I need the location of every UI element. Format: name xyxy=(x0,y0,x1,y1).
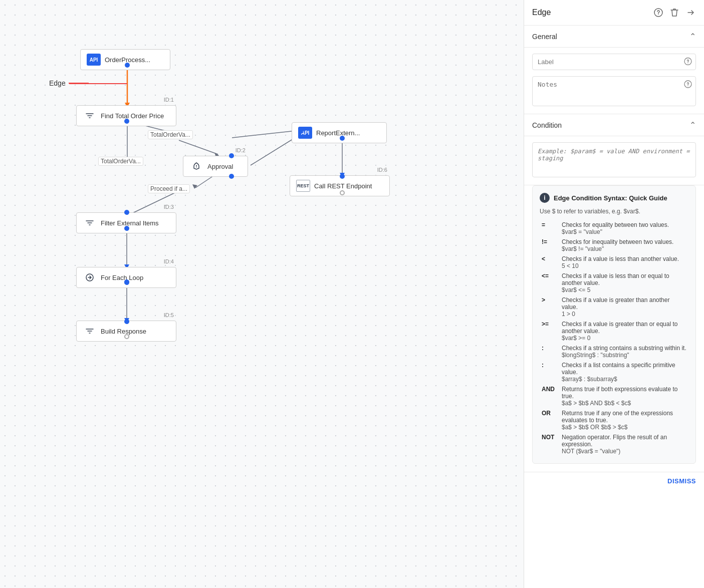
dot-filter-top xyxy=(124,210,129,215)
guide-row: :Checks if a string contains a substring… xyxy=(540,343,688,360)
guide-op: OR xyxy=(540,408,560,432)
guide-desc: Returns true if both expressions evaluat… xyxy=(560,384,688,408)
guide-op: != xyxy=(540,237,560,254)
general-chevron-icon: ⌃ xyxy=(689,32,696,41)
condition-section-body xyxy=(524,136,704,185)
node-approval[interactable]: ID:2 Approval xyxy=(183,156,248,177)
guide-op: NOT xyxy=(540,432,560,456)
svg-line-5 xyxy=(179,140,218,154)
guide-row: =Checks for equality between two values.… xyxy=(540,220,688,237)
guide-intro: Use $ to refer to variables, e.g. $var$. xyxy=(540,208,688,215)
guide-op: < xyxy=(540,254,560,271)
filter-icon-1 xyxy=(83,110,97,122)
connections-svg xyxy=(0,0,524,588)
general-section-title: General xyxy=(532,33,689,41)
dot-rest-top xyxy=(340,174,345,179)
delete-button[interactable] xyxy=(669,7,680,18)
node-find-label: Find Total Order Price xyxy=(101,112,164,120)
condition-input[interactable] xyxy=(532,142,696,177)
edge-label-text: Edge xyxy=(49,79,66,87)
edge-label-totalorderva2: TotalOrderVa... xyxy=(98,157,143,166)
guide-desc: Checks if a list contains a specific pri… xyxy=(560,360,688,384)
node-id-1: ID:1 xyxy=(164,97,174,103)
approval-icon xyxy=(189,160,203,172)
general-section-body xyxy=(524,48,704,114)
guide-desc: Checks if a value is greater than or equ… xyxy=(560,319,688,343)
general-section-header[interactable]: General ⌃ xyxy=(524,26,704,48)
guide-row: !=Checks for inequality between two valu… xyxy=(540,237,688,254)
guide-desc: Checks for inequality between two values… xyxy=(560,237,688,254)
guide-op: : xyxy=(540,360,560,384)
edge-line xyxy=(69,83,89,84)
dot-approval-left xyxy=(229,153,234,158)
node-id-5: ID:5 xyxy=(164,312,174,318)
guide-desc: Negation operator. Flips the result of a… xyxy=(560,432,688,456)
guide-row: NOTNegation operator. Flips the result o… xyxy=(540,432,688,456)
svg-point-22 xyxy=(658,14,658,15)
guide-desc: Returns true if any one of the expressio… xyxy=(560,408,688,432)
dismiss-bar: DISMISS xyxy=(524,472,704,490)
panel-title: Edge xyxy=(532,8,649,17)
node-rest-label: Call REST Endpoint xyxy=(314,182,372,190)
svg-line-9 xyxy=(128,191,178,215)
dot-report-bottom xyxy=(340,136,345,141)
guide-row: <Checks if a value is less than another … xyxy=(540,254,688,271)
guide-info-icon: i xyxy=(540,193,550,203)
condition-section-title: Condition xyxy=(532,121,689,129)
svg-marker-8 xyxy=(192,184,197,189)
dot-approval-bottom xyxy=(229,174,234,179)
dismiss-button[interactable]: DISMISS xyxy=(667,477,696,485)
svg-point-24 xyxy=(687,63,688,63)
guide-table: =Checks for equality between two values.… xyxy=(540,220,688,456)
node-id-4: ID:4 xyxy=(164,258,174,264)
dot-loop-bottom xyxy=(124,280,129,285)
label-input[interactable] xyxy=(532,54,696,70)
panel-header: Edge xyxy=(524,0,704,26)
edge-label-totalorderva1: TotalOrderVa... xyxy=(148,130,193,139)
node-filter-label: Filter External Items xyxy=(101,219,159,227)
collapse-panel-button[interactable] xyxy=(685,7,696,18)
node-loop-label: For Each Loop xyxy=(101,274,143,281)
notes-input[interactable] xyxy=(532,76,696,106)
guide-op: = xyxy=(540,220,560,237)
guide-op: >= xyxy=(540,319,560,343)
node-build-label: Build Response xyxy=(101,328,146,335)
api-icon-order: API xyxy=(87,54,101,66)
dot-order-bottom xyxy=(125,63,130,68)
svg-line-19 xyxy=(232,130,301,138)
node-approval-label: Approval xyxy=(207,163,233,170)
node-id-3: ID:3 xyxy=(164,204,174,210)
svg-point-26 xyxy=(687,86,688,86)
guide-row: >=Checks if a value is greater than or e… xyxy=(540,319,688,343)
node-id-2: ID:2 xyxy=(236,147,246,153)
right-panel: Edge General ⌃ xyxy=(524,0,704,588)
dot-build-top xyxy=(124,319,129,324)
condition-chevron-icon: ⌃ xyxy=(689,120,696,130)
node-report-extern[interactable]: API ReportExtern... xyxy=(292,122,387,143)
edge-label-proceed: Proceed if a... xyxy=(148,184,190,193)
quick-guide-title: Edge Condition Syntax: Quick Guide xyxy=(554,194,667,202)
notes-help-icon[interactable] xyxy=(684,80,692,90)
condition-section-header[interactable]: Condition ⌃ xyxy=(524,114,704,136)
loop-icon xyxy=(83,271,97,283)
guide-row: <=Checks if a value is less than or equa… xyxy=(540,271,688,295)
quick-guide: i Edge Condition Syntax: Quick Guide Use… xyxy=(532,185,696,464)
guide-row: ANDReturns true if both expressions eval… xyxy=(540,384,688,408)
node-report-label: ReportExtern... xyxy=(316,129,360,137)
dot-filter-bottom xyxy=(124,226,129,231)
rest-icon: REST xyxy=(296,180,310,192)
dot-report-left xyxy=(298,129,303,134)
guide-desc: Checks for equality between two values.$… xyxy=(560,220,688,237)
guide-row: >Checks if a value is greater than anoth… xyxy=(540,295,688,319)
label-help-icon[interactable] xyxy=(684,57,692,67)
quick-guide-header: i Edge Condition Syntax: Quick Guide xyxy=(540,193,688,203)
dot-build-bottom xyxy=(124,334,129,339)
guide-row: ORReturns true if any one of the express… xyxy=(540,408,688,432)
guide-desc: Checks if a string contains a substring … xyxy=(560,343,688,360)
guide-op: : xyxy=(540,343,560,360)
label-form-group xyxy=(532,54,696,70)
dot-find-bottom xyxy=(124,119,129,124)
guide-op: AND xyxy=(540,384,560,408)
help-button[interactable] xyxy=(653,7,664,18)
guide-desc: Checks if a value is less than another v… xyxy=(560,254,688,271)
